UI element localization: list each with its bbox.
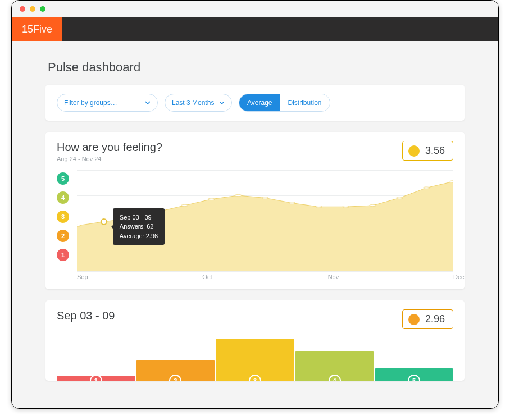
y-level-dot: 5	[57, 172, 69, 185]
y-level-dot: 1	[57, 249, 69, 261]
svg-point-4	[181, 204, 188, 206]
pulse-score-value: 3.56	[425, 145, 445, 157]
date-range-dropdown[interactable]: Last 3 Months	[165, 94, 232, 112]
content-area: Pulse dashboard Filter by groups… Last 3…	[12, 41, 498, 408]
window-titlebar	[12, 1, 498, 17]
bar-slot: 1	[57, 337, 135, 381]
segment-average[interactable]: Average	[239, 94, 280, 111]
x-axis-label: Oct	[202, 273, 327, 280]
x-axis-label: Dec	[453, 273, 465, 280]
close-window-icon[interactable]	[20, 6, 25, 12]
filters-panel: Filter by groups… Last 3 Months Average …	[45, 85, 465, 121]
minimize-window-icon[interactable]	[30, 6, 35, 12]
maximize-window-icon[interactable]	[40, 6, 45, 12]
chevron-down-icon	[219, 100, 225, 106]
svg-point-11	[369, 204, 376, 206]
y-level-dot: 3	[57, 211, 69, 223]
tooltip-period: Sep 03 - 09	[120, 213, 158, 222]
svg-point-10	[343, 206, 349, 208]
score-dot-icon	[408, 314, 420, 325]
pulse-chart-card: How are you feeling? Aug 24 - Nov 24 3.5…	[45, 132, 465, 289]
svg-point-9	[316, 206, 322, 208]
app-topbar: 15Five	[12, 17, 498, 41]
tooltip-answers: Answers: 62	[120, 222, 158, 231]
chart-tooltip: Sep 03 - 09 Answers: 62 Average: 2.96	[113, 208, 165, 245]
svg-point-8	[289, 202, 295, 204]
svg-point-6	[235, 194, 242, 196]
distribution-card: Sep 03 - 09 2.96 12345	[45, 300, 465, 381]
pulse-card-title: How are you feeling?	[57, 141, 162, 154]
bar-slot: 5	[375, 337, 453, 381]
view-segmented-control: Average Distribution	[239, 94, 330, 112]
svg-point-7	[262, 197, 268, 199]
chevron-down-icon	[145, 100, 151, 106]
date-range-label: Last 3 Months	[172, 99, 214, 107]
score-dot-icon	[408, 145, 420, 157]
filter-groups-dropdown[interactable]: Filter by groups…	[57, 94, 158, 112]
browser-frame: 15Five Pulse dashboard Filter by groups……	[11, 0, 499, 409]
logo-text-thin: Five	[33, 24, 52, 35]
svg-point-13	[423, 187, 430, 189]
bar-slot: 3	[216, 337, 294, 381]
app-logo[interactable]: 15Five	[12, 17, 62, 41]
tooltip-average: Average: 2.96	[120, 231, 158, 241]
pulse-chart: 54321 Sep 03 - 09 Answers: 62 Average: 2…	[57, 170, 453, 271]
y-level-dot: 4	[57, 191, 69, 204]
pulse-y-axis: 54321	[57, 170, 70, 271]
pulse-score-badge: 3.56	[402, 141, 453, 161]
segment-distribution[interactable]: Distribution	[280, 94, 329, 111]
x-axis-label: Sep	[77, 273, 202, 280]
svg-point-5	[208, 198, 215, 200]
distribution-score-badge: 2.96	[402, 309, 453, 329]
bar-slot: 4	[295, 337, 374, 381]
x-axis-label: Nov	[328, 273, 453, 280]
selected-point-marker	[101, 218, 107, 225]
page-title: Pulse dashboard	[48, 60, 465, 75]
distribution-score-value: 2.96	[425, 313, 445, 325]
logo-text-strong: 15	[22, 24, 33, 35]
distribution-card-title: Sep 03 - 09	[57, 309, 115, 322]
pulse-card-subtitle: Aug 24 - Nov 24	[57, 156, 162, 162]
bar-slot: 2	[136, 337, 215, 381]
pulse-plot-area[interactable]: Sep 03 - 09 Answers: 62 Average: 2.96	[77, 170, 453, 271]
pulse-x-axis: SepOctNovDec	[77, 273, 453, 280]
filter-groups-label: Filter by groups…	[64, 99, 117, 107]
svg-point-12	[396, 197, 403, 199]
distribution-bar-chart: 12345	[57, 337, 453, 381]
y-level-dot: 2	[57, 230, 69, 242]
